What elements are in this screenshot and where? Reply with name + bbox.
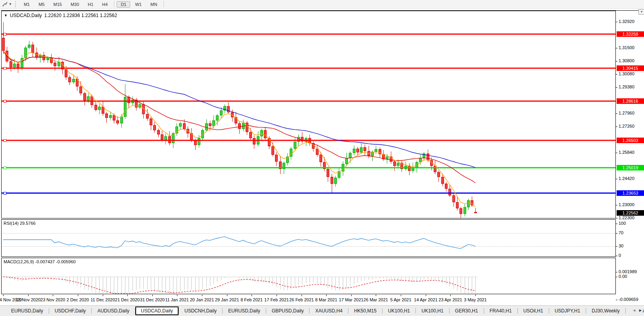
price-level-label: 1.30415 (617, 65, 644, 71)
symbol-tab-usdcad-daily[interactable]: USDCAD,Daily (135, 306, 179, 315)
rsi-tick-mark (616, 224, 617, 224)
symbol-tab-xauusd-h4[interactable]: XAUUSD,H4 (310, 307, 348, 315)
date-tick-mark (401, 295, 401, 296)
toolbar-separator (114, 1, 114, 7)
date-label: 23 Nov 2020 (40, 297, 65, 302)
price-level-label: 1.25019 (617, 165, 644, 170)
chart-shift-marker[interactable]: ▼ (638, 9, 644, 15)
rsi-tick-mark (616, 233, 617, 234)
chart-symbol-label: USDCAD,Daily (10, 13, 42, 18)
chart-ohlc-values: 1.22620 1.22836 1.22561 1.22562 (44, 13, 117, 18)
date-label: 14 Apr 2021 (414, 297, 437, 302)
top-toolbar: ▼ M1M5M15M30H1H4D1W1MN (0, 0, 644, 9)
tab-scroll-left-icon[interactable]: ◄ (632, 308, 636, 312)
date-tick-mark (475, 295, 476, 296)
timeframe-button-w1[interactable]: W1 (131, 1, 146, 8)
date-tick-mark (3, 295, 4, 296)
date-label: 13 Nov 2020 (16, 297, 40, 302)
symbol-tab-uk100-h1[interactable]: UK100,H1 (383, 307, 415, 315)
chart-tool-dropdown-icon[interactable]: ▼ (9, 2, 12, 6)
symbol-tab-gbpusd-daily[interactable]: GBPUSD,Daily (266, 307, 310, 315)
macd-tick-label: 0.00 (619, 274, 627, 279)
symbol-tab-dj30-weekly[interactable]: DJ30,Weekly (586, 307, 625, 315)
date-label: 2 Dec 2020 (67, 297, 89, 302)
date-tick-mark (28, 295, 29, 296)
symbol-tab-hk50-m15[interactable]: HK50,M15 (348, 307, 382, 315)
rsi-tick-label: 70 (619, 230, 623, 235)
symbol-tab-usdcnh-daily[interactable]: USDCNH,Daily (179, 307, 222, 315)
rsi-tick-label: 30 (619, 243, 623, 248)
date-label: 23 Apr 2021 (438, 297, 462, 302)
macd-tick-mark (616, 272, 617, 272)
date-label: 17 Feb 2021 (264, 297, 289, 302)
symbol-tab-usdjpy-h1[interactable]: USDJPY,H1 (549, 307, 586, 315)
date-label: 3 May 2021 (464, 297, 486, 302)
price-tick-label: 1.24420 (619, 176, 634, 181)
date-tick-mark (152, 295, 153, 296)
timeframe-button-h4[interactable]: H4 (98, 1, 111, 8)
price-tick-label: 1.27960 (619, 111, 634, 115)
date-tick-mark (127, 295, 128, 296)
rsi-tick-mark (616, 246, 617, 247)
price-tick-label: 1.32920 (619, 19, 634, 24)
macd-tick-label: 0.001989 (619, 269, 637, 274)
symbol-tab-fra40-h1[interactable]: FRA40,H1 (484, 307, 517, 315)
date-tick-mark (103, 295, 103, 296)
timeframe-button-m30[interactable]: M30 (67, 1, 83, 8)
symbol-tab-usdchf-daily[interactable]: USDCHF,Daily (49, 307, 92, 315)
macd-tick-mark (616, 277, 617, 277)
timeframe-button-d1[interactable]: D1 (117, 1, 130, 8)
timeframe-button-mn[interactable]: MN (146, 1, 161, 8)
rsi-tick-label: 0 (619, 253, 621, 258)
date-label: 11 Jan 2021 (165, 297, 189, 302)
rsi-canvas[interactable] (2, 220, 615, 257)
toolbar-separator (163, 1, 164, 7)
rsi-panel: RSI(14) 29.5766 (1, 219, 616, 257)
price-tick-mark (616, 113, 617, 114)
timeframe-button-h1[interactable]: H1 (84, 1, 97, 8)
rsi-tick-label: 100 (619, 221, 626, 226)
rsi-tick-mark (616, 256, 617, 256)
timeframe-button-m5[interactable]: M5 (35, 1, 48, 8)
symbol-tab-ger30-h1[interactable]: GER30,H1 (450, 307, 484, 315)
price-tick-mark (616, 153, 617, 153)
symbol-tab-eurusd-daily[interactable]: EURUSD,Daily (6, 307, 49, 315)
price-tick-label: 1.25840 (619, 150, 634, 155)
tab-scroll-right-icon[interactable]: ► (638, 308, 642, 312)
timeframe-button-m15[interactable]: M15 (49, 1, 65, 8)
date-label: 26 Feb 2021 (289, 297, 314, 302)
date-label: 17 Mar 2021 (339, 297, 363, 302)
symbol-tab-eurusd-daily[interactable]: EURUSD,Daily (223, 307, 266, 315)
price-tick-mark (616, 218, 617, 218)
price-tick-label: 1.29380 (619, 84, 634, 89)
toolbar-grip[interactable] (15, 1, 17, 7)
symbol-dropdown-icon[interactable]: ▼ (4, 13, 8, 17)
date-tick-mark (53, 295, 53, 296)
macd-label: MACD(12,26,9) -0.007437 -0.005960 (4, 259, 76, 264)
date-tick-mark (302, 295, 302, 296)
price-tick-label: 1.27260 (619, 124, 634, 128)
chart-window: ▼ USDCAD,Daily 1.22620 1.22836 1.22561 1… (1, 10, 644, 305)
chart-title: ▼ USDCAD,Daily 1.22620 1.22836 1.22561 1… (4, 13, 117, 18)
date-label: 8 Mar 2021 (315, 297, 337, 302)
price-tick-label: 1.23000 (619, 202, 634, 207)
symbol-tab-uk100-h1[interactable]: UK100,H1 (416, 307, 449, 315)
date-tick-mark (426, 295, 426, 296)
date-label: 20 Jan 2021 (190, 297, 214, 302)
macd-tick-label: -0.009659 (619, 297, 638, 302)
date-label: 11 Dec 2020 (90, 297, 115, 302)
date-tick-mark (202, 295, 202, 296)
timeframe-button-m1[interactable]: M1 (20, 1, 34, 8)
symbol-tab-audusd-daily[interactable]: AUDUSD,Daily (92, 307, 135, 315)
price-level-label: 1.26503 (617, 138, 644, 143)
macd-canvas[interactable] (2, 258, 615, 294)
date-tick-mark (78, 295, 78, 296)
chart-cursor-icon[interactable] (1, 1, 8, 7)
price-level-label: 1.32258 (617, 31, 644, 37)
symbol-tab-usoil-h1[interactable]: USOil,H1 (518, 307, 549, 315)
price-tick-mark (616, 22, 617, 22)
price-tick-mark (616, 126, 617, 127)
price-tick-mark (616, 87, 617, 88)
main-chart-canvas[interactable] (2, 11, 615, 218)
date-axis: 4 Nov 202013 Nov 202023 Nov 20202 Dec 20… (1, 295, 616, 305)
